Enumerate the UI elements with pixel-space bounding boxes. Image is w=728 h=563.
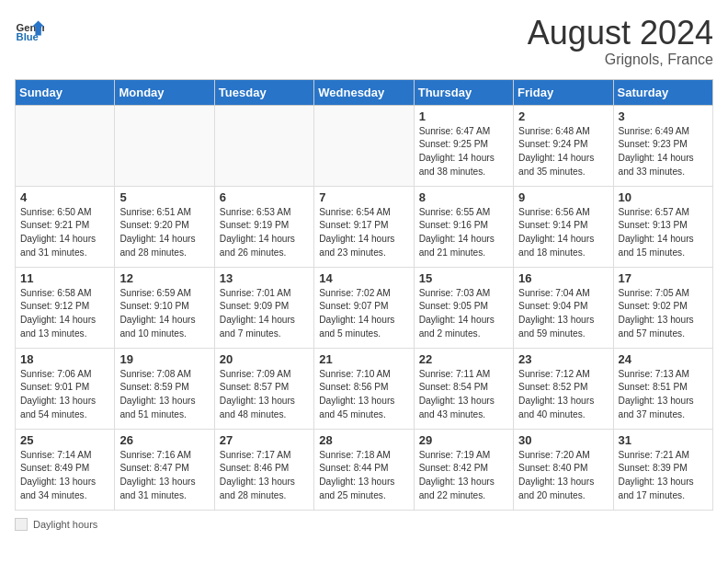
weekday-header-saturday: Saturday [613,79,712,105]
day-info: Sunrise: 6:55 AM Sunset: 9:16 PM Dayligh… [419,206,508,260]
calendar-cell: 3Sunrise: 6:49 AM Sunset: 9:23 PM Daylig… [613,105,712,186]
day-number: 9 [518,190,608,204]
month-year-title: August 2024 [528,15,713,52]
day-number: 20 [220,352,309,366]
day-info: Sunrise: 6:53 AM Sunset: 9:19 PM Dayligh… [220,206,309,260]
calendar-cell: 19Sunrise: 7:08 AM Sunset: 8:59 PM Dayli… [115,348,214,429]
day-info: Sunrise: 7:12 AM Sunset: 8:52 PM Dayligh… [518,368,608,422]
day-info: Sunrise: 7:11 AM Sunset: 8:54 PM Dayligh… [419,368,508,422]
calendar-cell: 13Sunrise: 7:01 AM Sunset: 9:09 PM Dayli… [214,267,313,348]
day-number: 27 [220,433,309,447]
calendar-table: SundayMondayTuesdayWednesdayThursdayFrid… [15,79,713,511]
day-info: Sunrise: 7:18 AM Sunset: 8:44 PM Dayligh… [319,449,408,503]
calendar-cell: 1Sunrise: 6:47 AM Sunset: 9:25 PM Daylig… [414,105,513,186]
day-info: Sunrise: 7:16 AM Sunset: 8:47 PM Dayligh… [119,449,209,503]
day-info: Sunrise: 7:10 AM Sunset: 8:56 PM Dayligh… [319,368,408,422]
day-number: 18 [20,352,109,366]
calendar-week-4: 18Sunrise: 7:06 AM Sunset: 9:01 PM Dayli… [16,348,713,429]
day-info: Sunrise: 7:08 AM Sunset: 8:59 PM Dayligh… [119,368,209,422]
day-info: Sunrise: 7:19 AM Sunset: 8:42 PM Dayligh… [419,449,508,503]
day-number: 12 [119,271,209,285]
day-info: Sunrise: 6:54 AM Sunset: 9:17 PM Dayligh… [319,206,408,260]
day-number: 11 [20,271,109,285]
calendar-cell: 7Sunrise: 6:54 AM Sunset: 9:17 PM Daylig… [314,186,414,267]
calendar-cell: 11Sunrise: 6:58 AM Sunset: 9:12 PM Dayli… [16,267,115,348]
logo: General Blue [15,15,44,44]
day-number: 4 [20,190,109,204]
weekday-header-wednesday: Wednesday [314,79,414,105]
calendar-cell: 17Sunrise: 7:05 AM Sunset: 9:02 PM Dayli… [613,267,712,348]
day-info: Sunrise: 7:09 AM Sunset: 8:57 PM Dayligh… [220,368,309,422]
calendar-cell [314,105,414,186]
day-info: Sunrise: 7:02 AM Sunset: 9:07 PM Dayligh… [319,287,408,341]
day-info: Sunrise: 6:48 AM Sunset: 9:24 PM Dayligh… [518,125,608,179]
weekday-header-monday: Monday [115,79,214,105]
calendar-cell: 8Sunrise: 6:55 AM Sunset: 9:16 PM Daylig… [414,186,513,267]
calendar-cell: 30Sunrise: 7:20 AM Sunset: 8:40 PM Dayli… [514,429,613,510]
weekday-header-row: SundayMondayTuesdayWednesdayThursdayFrid… [16,79,713,105]
day-info: Sunrise: 7:06 AM Sunset: 9:01 PM Dayligh… [20,368,109,422]
day-info: Sunrise: 7:17 AM Sunset: 8:46 PM Dayligh… [220,449,309,503]
day-info: Sunrise: 6:57 AM Sunset: 9:13 PM Dayligh… [619,206,708,260]
footer-icon [15,518,28,531]
logo-icon: General Blue [15,15,44,44]
day-info: Sunrise: 7:21 AM Sunset: 8:39 PM Dayligh… [619,449,708,503]
day-info: Sunrise: 6:51 AM Sunset: 9:20 PM Dayligh… [119,206,209,260]
day-info: Sunrise: 7:05 AM Sunset: 9:02 PM Dayligh… [619,287,708,341]
calendar-cell: 14Sunrise: 7:02 AM Sunset: 9:07 PM Dayli… [314,267,414,348]
calendar-cell: 26Sunrise: 7:16 AM Sunset: 8:47 PM Dayli… [115,429,214,510]
day-info: Sunrise: 6:49 AM Sunset: 9:23 PM Dayligh… [619,125,708,179]
day-info: Sunrise: 7:03 AM Sunset: 9:05 PM Dayligh… [419,287,508,341]
calendar-cell: 4Sunrise: 6:50 AM Sunset: 9:21 PM Daylig… [16,186,115,267]
day-number: 8 [419,190,508,204]
day-number: 5 [119,190,209,204]
day-number: 2 [518,109,608,123]
calendar-cell: 15Sunrise: 7:03 AM Sunset: 9:05 PM Dayli… [414,267,513,348]
day-number: 25 [20,433,109,447]
calendar-cell: 22Sunrise: 7:11 AM Sunset: 8:54 PM Dayli… [414,348,513,429]
day-info: Sunrise: 6:47 AM Sunset: 9:25 PM Dayligh… [419,125,508,179]
calendar-cell [16,105,115,186]
footer-label: Daylight hours [33,519,97,530]
calendar-week-1: 1Sunrise: 6:47 AM Sunset: 9:25 PM Daylig… [16,105,713,186]
calendar-cell: 21Sunrise: 7:10 AM Sunset: 8:56 PM Dayli… [314,348,414,429]
calendar-week-2: 4Sunrise: 6:50 AM Sunset: 9:21 PM Daylig… [16,186,713,267]
calendar-week-3: 11Sunrise: 6:58 AM Sunset: 9:12 PM Dayli… [16,267,713,348]
day-info: Sunrise: 7:20 AM Sunset: 8:40 PM Dayligh… [518,449,608,503]
day-info: Sunrise: 6:50 AM Sunset: 9:21 PM Dayligh… [20,206,109,260]
svg-text:Blue: Blue [17,31,39,42]
day-number: 16 [518,271,608,285]
calendar-cell: 24Sunrise: 7:13 AM Sunset: 8:51 PM Dayli… [613,348,712,429]
calendar-cell: 28Sunrise: 7:18 AM Sunset: 8:44 PM Dayli… [314,429,414,510]
day-number: 19 [119,352,209,366]
calendar-cell: 23Sunrise: 7:12 AM Sunset: 8:52 PM Dayli… [514,348,613,429]
day-number: 28 [319,433,408,447]
calendar-cell: 18Sunrise: 7:06 AM Sunset: 9:01 PM Dayli… [16,348,115,429]
calendar-cell: 5Sunrise: 6:51 AM Sunset: 9:20 PM Daylig… [115,186,214,267]
day-number: 6 [220,190,309,204]
day-number: 21 [319,352,408,366]
calendar-cell: 6Sunrise: 6:53 AM Sunset: 9:19 PM Daylig… [214,186,313,267]
day-info: Sunrise: 6:56 AM Sunset: 9:14 PM Dayligh… [518,206,608,260]
day-info: Sunrise: 7:13 AM Sunset: 8:51 PM Dayligh… [619,368,708,422]
day-number: 3 [619,109,708,123]
location-subtitle: Grignols, France [528,52,713,68]
calendar-cell: 9Sunrise: 6:56 AM Sunset: 9:14 PM Daylig… [514,186,613,267]
calendar-cell: 12Sunrise: 6:59 AM Sunset: 9:10 PM Dayli… [115,267,214,348]
day-number: 24 [619,352,708,366]
calendar-cell [115,105,214,186]
day-number: 17 [619,271,708,285]
calendar-cell: 29Sunrise: 7:19 AM Sunset: 8:42 PM Dayli… [414,429,513,510]
day-number: 7 [319,190,408,204]
footer: Daylight hours [15,518,713,531]
calendar-cell: 20Sunrise: 7:09 AM Sunset: 8:57 PM Dayli… [214,348,313,429]
page-header: General Blue August 2024 Grignols, Franc… [15,15,713,68]
day-info: Sunrise: 6:59 AM Sunset: 9:10 PM Dayligh… [119,287,209,341]
calendar-cell [214,105,313,186]
day-number: 23 [518,352,608,366]
title-block: August 2024 Grignols, France [528,15,713,68]
day-number: 29 [419,433,508,447]
calendar-cell: 31Sunrise: 7:21 AM Sunset: 8:39 PM Dayli… [613,429,712,510]
day-number: 13 [220,271,309,285]
calendar-cell: 16Sunrise: 7:04 AM Sunset: 9:04 PM Dayli… [514,267,613,348]
